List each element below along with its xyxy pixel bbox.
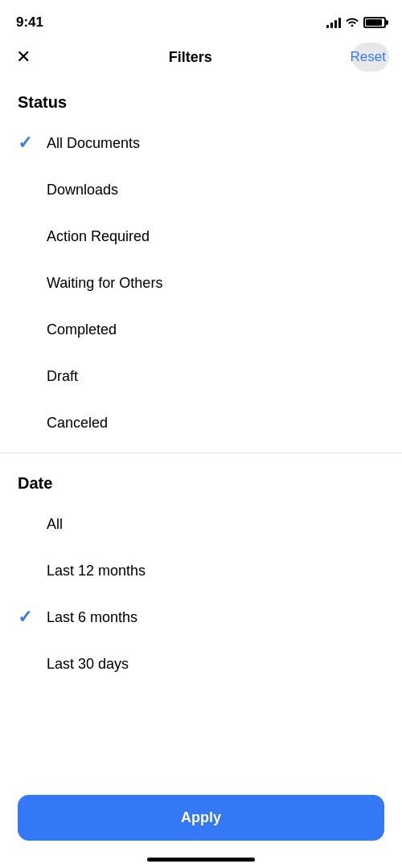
filter-label-completed: Completed bbox=[47, 321, 117, 338]
filter-item-last-30-days[interactable]: Last 30 days bbox=[0, 641, 402, 687]
status-section-header: Status bbox=[0, 79, 402, 120]
filter-item-completed[interactable]: Completed bbox=[0, 306, 402, 353]
date-section-header: Date bbox=[0, 460, 402, 501]
close-button[interactable]: ✕ bbox=[16, 48, 31, 66]
filter-label-canceled: Canceled bbox=[47, 415, 108, 432]
filter-label-last-30-days: Last 30 days bbox=[47, 656, 129, 673]
filter-label-waiting-for-others: Waiting for Others bbox=[47, 275, 162, 292]
filter-item-last-12-months[interactable]: Last 12 months bbox=[0, 547, 402, 594]
apply-area: Apply bbox=[0, 782, 402, 841]
wifi-icon bbox=[346, 16, 359, 29]
section-divider bbox=[0, 452, 402, 453]
page-title: Filters bbox=[169, 49, 212, 66]
filter-label-downloads: Downloads bbox=[47, 182, 118, 199]
battery-fill bbox=[366, 19, 382, 26]
signal-bar-3 bbox=[334, 20, 337, 28]
apply-button[interactable]: Apply bbox=[18, 795, 384, 841]
status-bar: 9:41 bbox=[0, 0, 402, 40]
filter-label-last-12-months: Last 12 months bbox=[47, 563, 146, 579]
filter-item-action-required[interactable]: Action Required bbox=[0, 213, 402, 260]
filter-item-draft[interactable]: Draft bbox=[0, 353, 402, 399]
filter-item-waiting-for-others[interactable]: Waiting for Others bbox=[0, 260, 402, 306]
filter-label-action-required: Action Required bbox=[47, 228, 150, 245]
filter-item-all-documents[interactable]: ✓ All Documents bbox=[0, 120, 402, 166]
battery-icon bbox=[363, 17, 386, 28]
filter-item-all-date[interactable]: All bbox=[0, 501, 402, 547]
reset-button[interactable]: Reset bbox=[351, 49, 386, 65]
filter-label-all-documents: All Documents bbox=[47, 135, 140, 152]
filter-item-last-6-months[interactable]: ✓ Last 6 months bbox=[0, 594, 402, 641]
filter-item-canceled[interactable]: Canceled bbox=[0, 399, 402, 446]
signal-bar-4 bbox=[338, 18, 341, 28]
status-time: 9:41 bbox=[16, 14, 43, 31]
signal-bars-icon bbox=[326, 17, 341, 28]
filter-label-last-6-months: Last 6 months bbox=[47, 609, 137, 626]
filter-label-all: All bbox=[47, 516, 63, 533]
nav-bar: ✕ Filters Reset bbox=[0, 40, 402, 79]
checkmark-last-6-months: ✓ bbox=[18, 608, 47, 626]
home-indicator bbox=[147, 858, 255, 862]
status-icons bbox=[326, 16, 386, 29]
checkmark-all-documents: ✓ bbox=[18, 134, 47, 152]
filter-item-downloads[interactable]: Downloads bbox=[0, 166, 402, 213]
signal-bar-2 bbox=[330, 23, 333, 28]
signal-bar-1 bbox=[326, 25, 329, 28]
filter-label-draft: Draft bbox=[47, 368, 78, 385]
